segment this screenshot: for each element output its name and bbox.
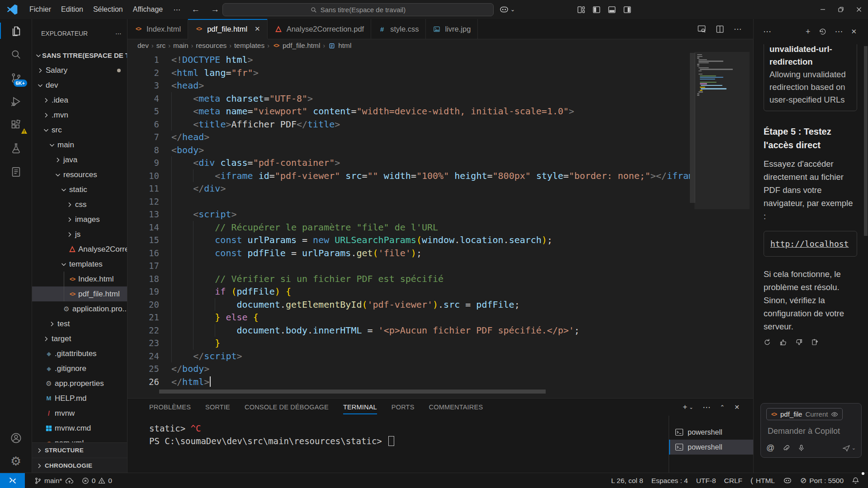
copilot-menu-button[interactable]: ⌄: [499, 0, 515, 19]
code-line-12[interactable]: 12: [127, 195, 690, 208]
crumb-pdf-file-html[interactable]: <>pdf_file.html: [272, 42, 321, 50]
tab-livre-jpg[interactable]: livre.jpg: [426, 19, 478, 39]
crumb-html[interactable]: html: [328, 42, 351, 50]
tree-item-main[interactable]: main: [32, 137, 127, 152]
panel-tab-console-de-d-bogage[interactable]: CONSOLE DE DÉBOGAGE: [245, 404, 329, 411]
problems-indicator[interactable]: 0 0: [78, 473, 116, 488]
tree-item-images[interactable]: images: [32, 212, 127, 227]
eye-icon[interactable]: [831, 411, 838, 418]
code-line-11[interactable]: 11 </div>: [127, 182, 690, 195]
tree-item-templates[interactable]: templates: [32, 257, 127, 272]
chat-input-box[interactable]: <> pdf_file Current Demander à Copilot @: [760, 403, 862, 458]
tab-style-css[interactable]: #style.css: [371, 19, 426, 39]
tree-item-static[interactable]: static: [32, 182, 127, 197]
menu-overflow-button[interactable]: ⋯: [168, 5, 186, 14]
tree-item-help-md[interactable]: MHELP.md: [32, 391, 127, 406]
code-line-14[interactable]: 14 // Récupérer le paramètre "file" de l…: [127, 221, 690, 234]
code-line-1[interactable]: 1<!DOCTYPE html>: [127, 53, 690, 66]
code-line-23[interactable]: 23 }: [127, 337, 690, 350]
crumb-resources[interactable]: resources: [196, 42, 226, 50]
panel-tab-commentaires[interactable]: COMMENTAIRES: [429, 404, 483, 411]
chat-more-button[interactable]: ⋯: [835, 27, 843, 37]
panel-tab-sortie[interactable]: SORTIE: [205, 404, 230, 411]
encoding[interactable]: UTF-8: [692, 473, 720, 488]
code-line-19[interactable]: 19 if (pdfFile) {: [127, 285, 690, 298]
vertical-scrollbar[interactable]: [690, 53, 695, 203]
close-panel-button[interactable]: ✕: [734, 404, 740, 411]
thumbs-up-icon[interactable]: [779, 338, 787, 346]
send-button[interactable]: ⌄: [842, 444, 856, 452]
copilot-status[interactable]: [779, 473, 796, 488]
chat-code-link[interactable]: http://localhost: [770, 239, 849, 249]
live-server-port[interactable]: ⊘ Port : 5500: [796, 473, 848, 488]
tab-index-html[interactable]: <>Index.html: [127, 19, 188, 39]
tree-item-application-pro[interactable]: ⚙application.pro...: [32, 301, 127, 316]
language-mode[interactable]: ( HTML: [746, 473, 779, 488]
tree-item-salary[interactable]: Salary: [32, 63, 127, 78]
code-line-2[interactable]: 2<html lang="fr">: [127, 66, 690, 80]
code-line-22[interactable]: 22 document.body.innerHTML = '<p>Aucun f…: [127, 324, 690, 337]
code-line-4[interactable]: 4 <meta charset="UTF-8">: [127, 92, 690, 105]
tree-item-src[interactable]: src: [32, 122, 127, 137]
tree-item-test[interactable]: test: [32, 316, 127, 331]
tree-item-mvn[interactable]: .mvn: [32, 108, 127, 122]
activity-extensions[interactable]: [0, 113, 32, 136]
minimize-button[interactable]: [814, 0, 832, 19]
activity-explorer[interactable]: [0, 19, 32, 42]
code-line-3[interactable]: 3<head>: [127, 79, 690, 92]
menu-affichage[interactable]: Affichage: [128, 5, 168, 14]
terminal-output[interactable]: static> ^CPS C:\soumaDev\dev\src\main\re…: [127, 416, 669, 473]
chat-history-icon[interactable]: [818, 28, 826, 36]
activity-account[interactable]: [0, 426, 32, 450]
crumb-templates[interactable]: templates: [234, 42, 264, 50]
branch-indicator[interactable]: main*: [30, 473, 78, 488]
new-chat-button[interactable]: +: [806, 27, 811, 37]
close-window-button[interactable]: [850, 0, 868, 19]
tree-item-app-properties[interactable]: ⚙app.properties: [32, 376, 127, 391]
terminal-instance-2[interactable]: powershell: [669, 440, 753, 455]
activity-notebook[interactable]: [0, 160, 32, 183]
code-line-7[interactable]: 7</head>: [127, 131, 690, 144]
code-line-16[interactable]: 16 const pdfFile = urlParams.get('file')…: [127, 247, 690, 260]
customize-layout-icon[interactable]: [577, 5, 585, 14]
code-line-25[interactable]: 25</body>: [127, 362, 690, 375]
open-preview-icon[interactable]: [697, 24, 706, 33]
terminal-instance-1[interactable]: powershell: [669, 425, 753, 440]
panel-tab-probl-mes[interactable]: PROBLÈMES: [149, 404, 191, 411]
code-editor[interactable]: 1<!DOCTYPE html>2<html lang="fr">3<head>…: [127, 52, 753, 398]
tree-item-resources[interactable]: resources: [32, 167, 127, 182]
mention-button[interactable]: @: [766, 443, 774, 453]
tree-item-target[interactable]: target: [32, 331, 127, 346]
tree-item-js[interactable]: js: [32, 227, 127, 242]
code-line-13[interactable]: 13 <script>: [127, 208, 690, 221]
chat-input-placeholder[interactable]: Demander à Copilot: [768, 427, 856, 436]
tree-item-dev[interactable]: dev: [32, 78, 127, 93]
indentation[interactable]: Espaces : 4: [647, 473, 692, 488]
minimap[interactable]: [697, 54, 747, 96]
code-line-15[interactable]: 15 const urlParams = new URLSearchParams…: [127, 234, 690, 247]
tree-item-index-html[interactable]: <>Index.html: [32, 272, 127, 286]
code-line-17[interactable]: 17: [127, 259, 690, 272]
thumbs-down-icon[interactable]: [795, 338, 803, 346]
tree-item-mvnw-cmd[interactable]: mvnw.cmd: [32, 421, 127, 436]
menu-edition[interactable]: Edition: [56, 5, 88, 14]
nav-forward-button[interactable]: →: [205, 5, 225, 14]
regenerate-icon[interactable]: [764, 338, 771, 346]
tree-item-css[interactable]: css: [32, 197, 127, 212]
chat-messages[interactable]: unvalidated-url-redirection Allowing unv…: [754, 44, 868, 399]
editor-more-button[interactable]: ⋯: [734, 24, 741, 34]
menu-s-lection[interactable]: Sélection: [88, 5, 128, 14]
tab-analyse2correction-pdf[interactable]: Analyse2Correction.pdf: [268, 19, 372, 39]
tree-item-analyse2corre[interactable]: Analyse2Corre...: [32, 242, 127, 257]
section-chronologie[interactable]: CHRONOLOGIE: [32, 458, 127, 473]
menu-fichier[interactable]: Fichier: [24, 5, 56, 14]
eol-sequence[interactable]: CRLF: [720, 473, 746, 488]
tree-item-idea[interactable]: .idea: [32, 93, 127, 108]
code-line-5[interactable]: 5 <meta name="viewport" content="width=d…: [127, 105, 690, 118]
tree-item-gitattributes[interactable]: ◆.gitattributes: [32, 346, 127, 361]
toggle-secondary-sidebar-icon[interactable]: [623, 5, 632, 14]
restore-button[interactable]: [832, 0, 850, 19]
crumb-src[interactable]: src: [156, 42, 166, 50]
cursor-position[interactable]: L 26, col 8: [607, 473, 647, 488]
explorer-more-button[interactable]: ⋯: [115, 30, 122, 37]
